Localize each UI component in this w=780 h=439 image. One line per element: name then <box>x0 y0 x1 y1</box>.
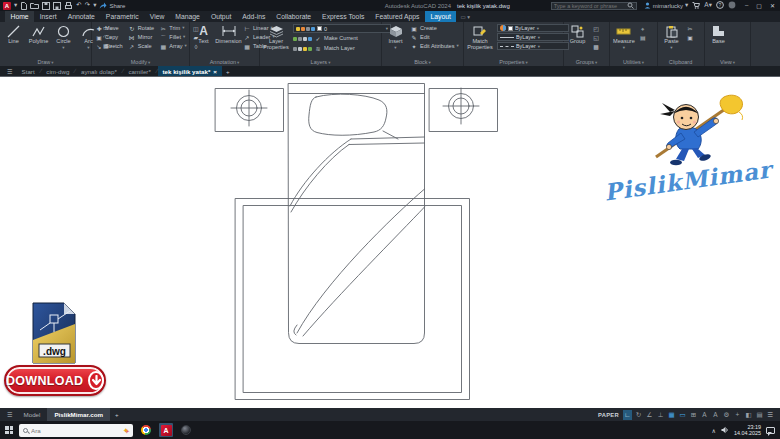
cut-icon[interactable]: ✂ <box>686 26 694 32</box>
save-icon[interactable] <box>42 2 50 10</box>
close-button[interactable]: ✕ <box>770 2 775 9</box>
layout-menu-icon[interactable]: ☰ <box>3 408 17 421</box>
file-tab-tek-kisilik-yatak[interactable]: tek kişilik yatak*× <box>158 66 222 76</box>
new-drawing-tab-button[interactable]: + <box>222 66 234 76</box>
line-button[interactable]: Line <box>3 24 24 45</box>
create-block-button[interactable]: ▣Create <box>410 24 459 33</box>
insert-button[interactable]: Insert <box>385 24 406 51</box>
paper-space-indicator[interactable]: PAPER <box>598 412 619 418</box>
qat-customize-icon[interactable]: ▾ <box>93 2 96 9</box>
paste-button[interactable]: Paste <box>661 24 682 51</box>
dimension-button[interactable]: Dimension <box>218 24 239 45</box>
id-point-icon[interactable]: ⌖ <box>639 26 647 32</box>
start-button[interactable] <box>5 426 13 434</box>
edit-attributes-button[interactable]: ✦Edit Attributes <box>410 42 459 51</box>
layout-tab-pislikmimar[interactable]: PislikMimar.com <box>47 408 110 421</box>
isolate-objects-icon[interactable]: ◧ <box>744 410 753 420</box>
volume-icon[interactable] <box>721 426 729 435</box>
stretch-button[interactable]: ↘Stretch <box>95 42 123 51</box>
panel-label-draw[interactable]: Draw <box>0 58 91 66</box>
move-button[interactable]: ✚Move <box>95 24 123 33</box>
group-edit-icon[interactable]: ◱ <box>592 35 600 41</box>
ribbon-tab-home[interactable]: Home <box>5 11 34 22</box>
ortho-toggle-icon[interactable]: ⊥ <box>656 410 665 420</box>
autocad-logo-icon[interactable]: A <box>3 2 11 10</box>
isodraft-icon[interactable]: ▦ <box>667 410 676 420</box>
close-tab-icon[interactable]: × <box>213 68 217 75</box>
panel-label-block[interactable]: Block <box>382 58 463 66</box>
autocad-taskbar-icon[interactable]: A <box>159 423 173 437</box>
taskbar-clock[interactable]: 23:19 14.04.2025 <box>734 424 761 437</box>
measure-button[interactable]: Measure <box>613 24 635 51</box>
ribbon-tab-parametric[interactable]: Parametric <box>100 11 144 22</box>
quick-properties-icon[interactable]: + <box>733 410 742 420</box>
group-button[interactable]: Group <box>567 24 588 45</box>
ribbon-tab-view[interactable]: View <box>144 11 170 22</box>
file-tab-aynali-dolap[interactable]: aynalı dolap* <box>76 66 122 76</box>
polar-tracking-icon[interactable]: ∠ <box>645 410 654 420</box>
trim-button[interactable]: ✂Trim <box>159 24 187 33</box>
store-cart-icon[interactable] <box>692 2 700 10</box>
circle-button[interactable]: Circle <box>53 24 74 51</box>
ribbon-options-icon[interactable]: ▭ ▾ <box>456 11 474 22</box>
lineweight-dropdown[interactable]: ByLayer <box>497 33 569 41</box>
ribbon-tab-collaborate[interactable]: Collaborate <box>271 11 317 22</box>
panel-label-groups[interactable]: Groups <box>564 58 609 66</box>
file-tab-start[interactable]: Start <box>17 66 40 76</box>
app-taskbar-icon[interactable] <box>179 423 193 437</box>
notification-icon[interactable] <box>728 1 736 10</box>
tray-expand-icon[interactable]: ∧ <box>712 427 716 434</box>
help-search-box[interactable] <box>551 2 637 10</box>
match-properties-button[interactable]: Match Properties <box>467 24 493 51</box>
layer-properties-button[interactable]: Layer Properties <box>263 24 289 51</box>
customization-menu-icon[interactable]: ☰ <box>766 410 775 420</box>
ribbon-tab-addins[interactable]: Add-ins <box>237 11 271 22</box>
rotate-button[interactable]: ↻Rotate <box>128 24 154 33</box>
group-select-icon[interactable]: ▩ <box>592 44 600 50</box>
undo-icon[interactable]: ↶ <box>76 2 81 9</box>
clean-screen-icon[interactable]: ▤ <box>755 410 764 420</box>
minimize-button[interactable]: – <box>745 2 748 9</box>
snap-toggle-icon[interactable]: ↻ <box>634 410 643 420</box>
file-tabs-menu-icon[interactable]: ☰ <box>3 66 17 76</box>
model-tab[interactable]: Model <box>17 408 48 421</box>
panel-label-clipboard[interactable]: Clipboard <box>658 58 704 66</box>
share-button[interactable]: Share <box>99 2 125 9</box>
panel-label-modify[interactable]: Modify <box>92 58 189 66</box>
copy-clip-icon[interactable]: ▣ <box>686 35 694 41</box>
text-button[interactable]: A Text <box>193 24 214 45</box>
object-color-dropdown[interactable]: ByLayer <box>497 24 569 32</box>
keyword-search-input[interactable] <box>554 3 625 9</box>
file-tab-cim-dwg[interactable]: cim-dwg <box>41 66 74 76</box>
mirror-button[interactable]: ⋈Mirror <box>128 33 154 42</box>
taskbar-search-input[interactable] <box>31 427 129 434</box>
maximize-button[interactable]: ▢ <box>756 2 762 9</box>
lineweight-display-icon[interactable]: ⊞ <box>689 410 698 420</box>
open-folder-icon[interactable] <box>30 2 39 9</box>
chrome-taskbar-icon[interactable] <box>139 423 153 437</box>
autodesk-apps-icon[interactable]: A▾ <box>704 2 712 9</box>
scale-button[interactable]: ↗Scale <box>128 42 154 51</box>
plot-icon[interactable] <box>64 2 73 10</box>
make-current-button[interactable]: ✓Make Current <box>293 34 391 43</box>
annotation-scale-icon[interactable]: A <box>711 410 720 420</box>
new-file-icon[interactable] <box>20 2 27 10</box>
ribbon-tab-express-tools[interactable]: Express Tools <box>317 11 370 22</box>
panel-label-layers[interactable]: Layers <box>260 58 381 66</box>
panel-label-annotation[interactable]: Annotation <box>190 58 259 66</box>
grid-toggle-icon[interactable]: ∟ <box>623 410 632 420</box>
notification-center-icon[interactable] <box>766 427 775 434</box>
panel-label-utilities[interactable]: Utilities <box>610 58 657 66</box>
panel-label-properties[interactable]: Properties <box>464 58 563 66</box>
file-tab-camiler[interactable]: camiler* <box>123 66 155 76</box>
ribbon-tab-insert[interactable]: Insert <box>34 11 62 22</box>
ribbon-tab-annotate[interactable]: Annotate <box>62 11 100 22</box>
ribbon-tab-output[interactable]: Output <box>205 11 236 22</box>
redo-icon[interactable]: ↷ <box>85 2 90 9</box>
match-layer-button[interactable]: ≋Match Layer <box>293 44 391 53</box>
edit-block-button[interactable]: ✎Edit <box>410 33 459 42</box>
quick-calc-icon[interactable]: ▤ <box>639 35 647 41</box>
ungroup-icon[interactable]: ◰ <box>592 26 600 32</box>
base-button[interactable]: Base <box>708 24 729 45</box>
new-layout-button[interactable]: + <box>110 408 124 421</box>
